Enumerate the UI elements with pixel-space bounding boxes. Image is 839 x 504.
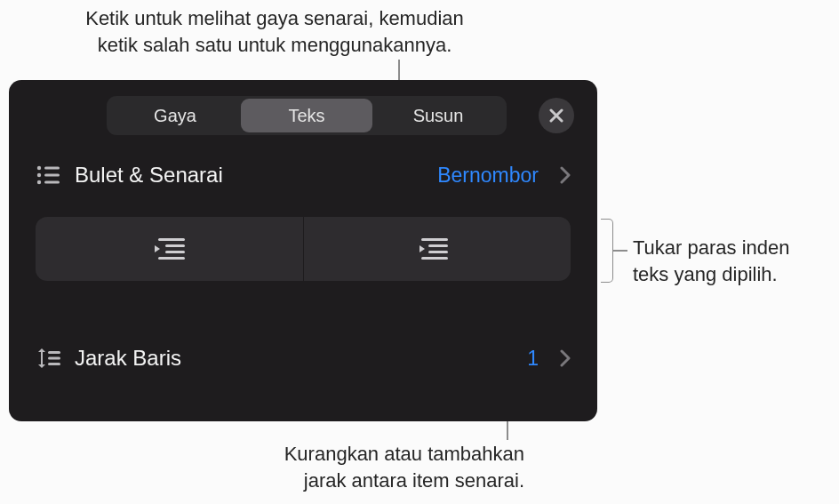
line-spacing-icon	[36, 345, 62, 372]
close-button[interactable]	[539, 98, 574, 133]
svg-rect-11	[428, 244, 448, 247]
format-segmented-control: Gaya Teks Susun	[107, 96, 507, 135]
chevron-right-icon	[560, 349, 571, 367]
callout-text: teks yang dipilih.	[633, 263, 778, 285]
indent-button[interactable]	[303, 217, 571, 281]
svg-rect-5	[44, 181, 60, 184]
svg-rect-1	[44, 167, 60, 170]
svg-rect-17	[48, 363, 60, 365]
callout-text: jarak antara item senarai.	[304, 469, 524, 492]
tab-text[interactable]: Teks	[241, 99, 372, 132]
bullets-lists-label: Bulet & Senarai	[75, 163, 425, 188]
callout-line-spacing: Kurangkan atau tambahkan jarak antara it…	[187, 441, 524, 493]
callout-text: Tukar paras inden	[633, 236, 790, 259]
chevron-right-icon	[560, 166, 571, 184]
svg-rect-16	[48, 357, 60, 360]
svg-rect-10	[421, 238, 448, 241]
svg-point-2	[37, 173, 41, 177]
svg-rect-6	[158, 238, 185, 241]
callout-text: Ketik untuk melihat gaya senarai, kemudi…	[85, 7, 464, 29]
svg-point-0	[37, 166, 41, 170]
svg-rect-7	[165, 244, 185, 247]
svg-rect-9	[158, 257, 185, 260]
svg-rect-3	[44, 174, 60, 177]
svg-rect-15	[48, 351, 60, 354]
bullet-list-icon	[36, 162, 62, 188]
svg-rect-12	[428, 251, 448, 253]
svg-rect-14	[41, 351, 43, 365]
bullets-lists-value: Bernombor	[437, 164, 539, 188]
text-formatting-panel: Gaya Teks Susun Bulet & Senarai Bernombo…	[9, 80, 597, 421]
callout-list-style: Ketik untuk melihat gaya senarai, kemudi…	[39, 5, 510, 58]
svg-rect-13	[421, 257, 448, 260]
line-spacing-row[interactable]: Jarak Baris 1	[36, 345, 571, 372]
tab-arrange[interactable]: Susun	[372, 99, 504, 132]
callout-line	[613, 250, 627, 252]
callout-text: Kurangkan atau tambahkan	[284, 443, 524, 465]
outdent-icon	[149, 236, 188, 262]
callout-text: ketik salah satu untuk menggunakannya.	[98, 34, 452, 56]
line-spacing-label: Jarak Baris	[75, 346, 515, 371]
svg-point-4	[37, 180, 41, 184]
tab-style[interactable]: Gaya	[109, 99, 241, 132]
callout-indent: Tukar paras inden teks yang dipilih.	[633, 235, 837, 287]
close-icon	[549, 108, 563, 123]
outdent-button[interactable]	[36, 217, 303, 281]
callout-bracket	[601, 219, 613, 283]
indent-icon	[418, 236, 457, 262]
indent-button-group	[36, 217, 571, 281]
svg-rect-8	[165, 251, 185, 253]
line-spacing-value: 1	[527, 347, 539, 371]
bullets-lists-row[interactable]: Bulet & Senarai Bernombor	[36, 162, 571, 188]
